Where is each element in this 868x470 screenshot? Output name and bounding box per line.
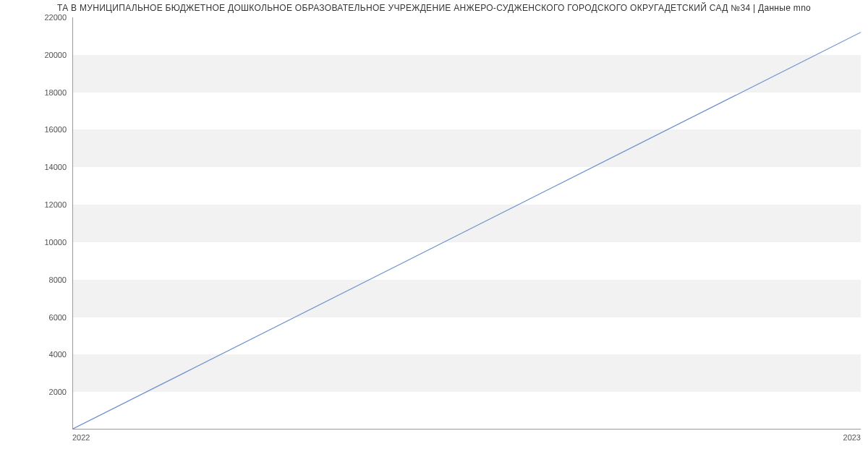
y-tick-label: 10000 xyxy=(44,238,67,247)
y-axis: 2000400060008000100001200014000160001800… xyxy=(0,17,72,430)
y-tick-label: 20000 xyxy=(44,51,67,59)
chart-container: ТА В МУНИЦИПАЛЬНОЕ БЮДЖЕТНОЕ ДОШКОЛЬНОЕ … xyxy=(0,0,868,470)
x-tick-label: 2023 xyxy=(843,433,861,442)
chart-line xyxy=(73,17,861,429)
x-tick-label: 2022 xyxy=(72,433,90,442)
y-tick-label: 6000 xyxy=(49,313,67,322)
chart-title: ТА В МУНИЦИПАЛЬНОЕ БЮДЖЕТНОЕ ДОШКОЛЬНОЕ … xyxy=(0,0,868,16)
y-tick-label: 16000 xyxy=(44,125,67,134)
y-tick-label: 14000 xyxy=(44,163,67,171)
y-tick-label: 8000 xyxy=(49,275,67,284)
x-axis: 20222023 xyxy=(72,433,861,448)
y-tick-label: 4000 xyxy=(49,350,67,359)
plot-area xyxy=(72,17,861,430)
y-tick-label: 22000 xyxy=(44,13,67,22)
y-tick-label: 12000 xyxy=(44,200,67,209)
plot-wrapper: 2000400060008000100001200014000160001800… xyxy=(0,17,868,470)
y-tick-label: 2000 xyxy=(49,388,67,396)
y-tick-label: 18000 xyxy=(44,88,67,97)
